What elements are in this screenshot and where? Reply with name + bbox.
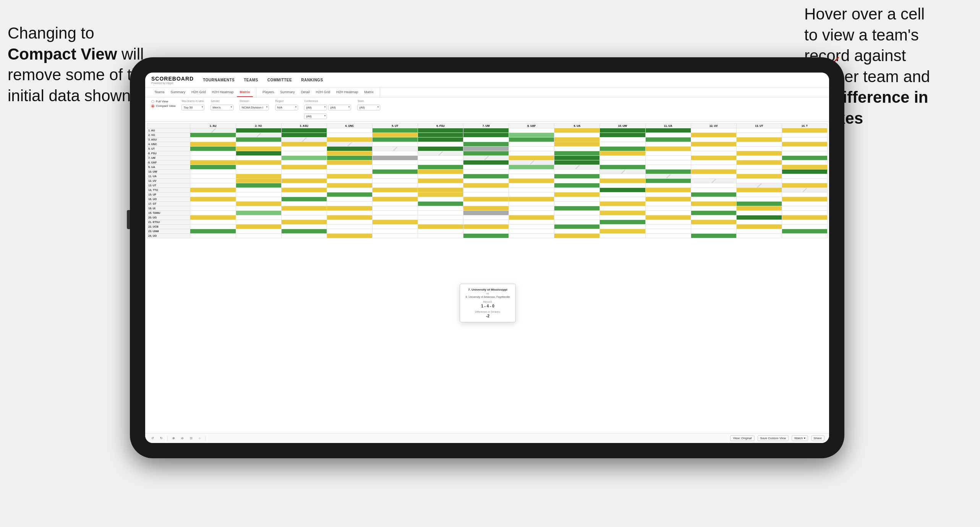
matrix-cell[interactable] xyxy=(554,142,600,147)
team-select[interactable]: (All) xyxy=(357,105,380,110)
matrix-cell[interactable] xyxy=(509,156,554,160)
matrix-cell[interactable] xyxy=(691,170,736,174)
matrix-cell[interactable] xyxy=(190,202,236,206)
matrix-cell[interactable] xyxy=(463,234,509,238)
matrix-cell[interactable] xyxy=(190,179,236,183)
matrix-cell[interactable] xyxy=(190,174,236,179)
matrix-cell[interactable] xyxy=(190,211,236,215)
matrix-cell[interactable] xyxy=(327,211,372,215)
undo-button[interactable]: ↺ xyxy=(150,436,156,441)
matrix-cell[interactable] xyxy=(691,151,736,156)
matrix-cell[interactable] xyxy=(691,137,736,142)
matrix-cell[interactable] xyxy=(372,137,418,142)
matrix-cell[interactable] xyxy=(327,137,372,142)
compact-view-radio[interactable] xyxy=(151,105,154,108)
matrix-cell[interactable] xyxy=(190,133,236,137)
matrix-cell[interactable] xyxy=(418,234,463,238)
matrix-cell[interactable] xyxy=(418,215,463,220)
matrix-cell[interactable] xyxy=(372,192,418,197)
matrix-cell[interactable] xyxy=(418,206,463,211)
matrix-cell[interactable] xyxy=(281,229,327,234)
matrix-cell[interactable] xyxy=(236,234,281,238)
matrix-cell[interactable] xyxy=(190,170,236,174)
matrix-cell[interactable] xyxy=(281,188,327,192)
matrix-cell[interactable] xyxy=(736,202,782,206)
matrix-cell[interactable] xyxy=(691,206,736,211)
matrix-cell[interactable] xyxy=(554,151,600,156)
matrix-cell[interactable] xyxy=(327,151,372,156)
matrix-cell[interactable] xyxy=(554,147,600,151)
redo-button[interactable]: ↻ xyxy=(159,436,164,441)
matrix-cell[interactable] xyxy=(372,147,418,151)
matrix-cell[interactable] xyxy=(645,174,691,179)
matrix-cell[interactable] xyxy=(691,202,736,206)
matrix-cell[interactable] xyxy=(418,147,463,151)
matrix-cell[interactable] xyxy=(281,170,327,174)
matrix-cell[interactable] xyxy=(509,229,554,234)
matrix-cell[interactable] xyxy=(691,229,736,234)
matrix-cell[interactable] xyxy=(327,229,372,234)
matrix-cell[interactable] xyxy=(372,206,418,211)
matrix-cell[interactable] xyxy=(691,197,736,202)
matrix-cell[interactable] xyxy=(782,128,827,133)
matrix-cell[interactable] xyxy=(372,151,418,156)
matrix-cell[interactable] xyxy=(736,147,782,151)
matrix-cell[interactable] xyxy=(281,215,327,220)
matrix-cell[interactable] xyxy=(327,128,372,133)
matrix-cell[interactable] xyxy=(600,206,645,211)
matrix-cell[interactable] xyxy=(691,156,736,160)
matrix-cell[interactable] xyxy=(509,179,554,183)
matrix-cell[interactable] xyxy=(236,174,281,179)
matrix-cell[interactable] xyxy=(554,229,600,234)
matrix-cell[interactable] xyxy=(418,165,463,170)
matrix-cell[interactable] xyxy=(554,128,600,133)
matrix-cell[interactable] xyxy=(236,192,281,197)
matrix-cell[interactable] xyxy=(782,137,827,142)
matrix-cell[interactable] xyxy=(190,183,236,188)
matrix-cell[interactable] xyxy=(554,225,600,229)
matrix-cell[interactable] xyxy=(327,220,372,225)
matrix-cell[interactable] xyxy=(736,206,782,211)
matrix-cell[interactable] xyxy=(281,147,327,151)
matrix-cell[interactable] xyxy=(645,225,691,229)
save-custom-button[interactable]: Save Custom View xyxy=(758,435,789,441)
matrix-cell[interactable] xyxy=(281,225,327,229)
matrix-cell[interactable] xyxy=(645,192,691,197)
division-select[interactable]: NCAA Division I xyxy=(240,105,269,110)
matrix-cell[interactable] xyxy=(691,128,736,133)
matrix-cell[interactable] xyxy=(372,225,418,229)
matrix-cell[interactable] xyxy=(600,147,645,151)
matrix-cell[interactable] xyxy=(509,215,554,220)
matrix-cell[interactable] xyxy=(418,133,463,137)
matrix-cell[interactable] xyxy=(463,192,509,197)
matrix-cell[interactable] xyxy=(418,197,463,202)
matrix-cell[interactable] xyxy=(736,165,782,170)
matrix-cell[interactable] xyxy=(509,225,554,229)
matrix-cell[interactable] xyxy=(418,202,463,206)
matrix-cell[interactable] xyxy=(782,170,827,174)
matrix-cell[interactable] xyxy=(554,137,600,142)
matrix-cell[interactable] xyxy=(645,133,691,137)
matrix-cell[interactable] xyxy=(463,170,509,174)
matrix-cell[interactable] xyxy=(645,142,691,147)
matrix-cell[interactable] xyxy=(782,160,827,165)
matrix-cell[interactable] xyxy=(418,160,463,165)
matrix-cell[interactable] xyxy=(645,229,691,234)
matrix-cell[interactable] xyxy=(691,142,736,147)
matrix-cell[interactable] xyxy=(372,229,418,234)
matrix-cell[interactable] xyxy=(645,211,691,215)
matrix-cell[interactable] xyxy=(281,137,327,142)
matrix-cell[interactable] xyxy=(691,234,736,238)
full-view-option[interactable]: Full View xyxy=(151,100,175,103)
matrix-cell[interactable] xyxy=(281,192,327,197)
matrix-cell[interactable] xyxy=(736,179,782,183)
matrix-cell[interactable] xyxy=(418,170,463,174)
tab-h2h-heatmap[interactable]: H2H Heatmap xyxy=(209,88,237,97)
matrix-cell[interactable] xyxy=(327,156,372,160)
matrix-cell[interactable] xyxy=(372,128,418,133)
matrix-cell[interactable] xyxy=(418,220,463,225)
matrix-cell[interactable] xyxy=(236,151,281,156)
matrix-cell[interactable] xyxy=(736,197,782,202)
matrix-cell[interactable] xyxy=(736,156,782,160)
matrix-cell[interactable] xyxy=(509,151,554,156)
